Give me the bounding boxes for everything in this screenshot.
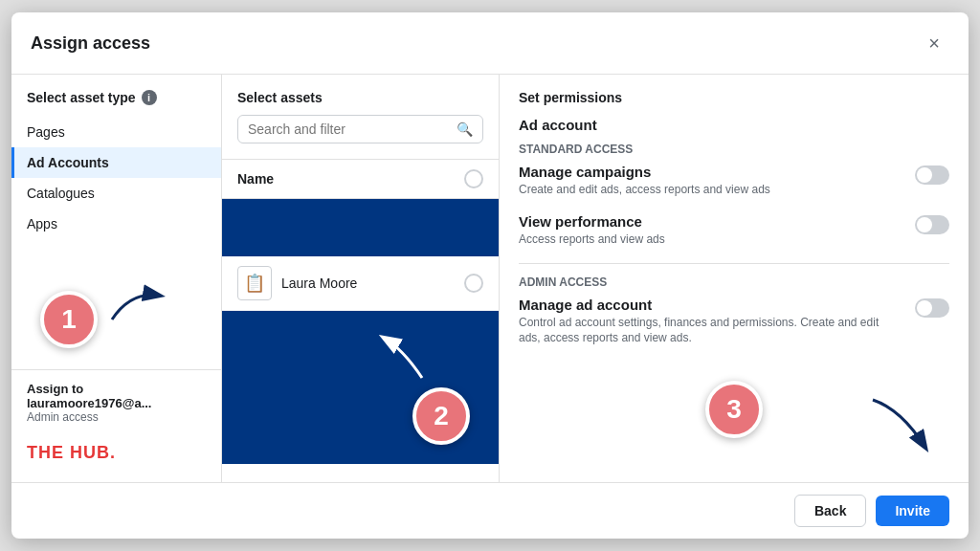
- assign-access-modal: Assign access × Select asset type i Page…: [11, 12, 969, 539]
- modal-footer: Back Invite: [11, 482, 969, 539]
- search-input[interactable]: [248, 121, 449, 137]
- middle-panel: Select assets 🔍 Name 📋 Laura Moore: [222, 75, 500, 482]
- annotation-3-arrow: [863, 390, 940, 457]
- annotation-3: 3: [705, 381, 763, 438]
- sidebar-item-pages[interactable]: Pages: [11, 117, 221, 147]
- annotation-1: 1: [40, 291, 98, 348]
- admin-section: Admin access Manage ad account Control a…: [519, 276, 949, 347]
- ad-account-label: Ad account: [519, 117, 949, 133]
- asset-radio-laura[interactable]: [464, 274, 483, 293]
- asset-type-title: Select asset type i: [11, 90, 221, 117]
- middle-panel-header: Select assets 🔍: [222, 75, 499, 160]
- asset-icon-laura: 📋: [237, 266, 272, 300]
- assign-email: Assign to lauramoore1976@a...: [27, 382, 206, 410]
- perm-name-manage-ad-account: Manage ad account: [519, 297, 900, 313]
- annotation-2-arrow: [374, 330, 432, 387]
- sidebar-item-catalogues[interactable]: Catalogues: [11, 178, 221, 209]
- perm-desc-manage-campaigns: Create and edit ads, access reports and …: [519, 182, 900, 198]
- search-icon: 🔍: [457, 121, 473, 137]
- perm-desc-manage-ad-account: Control ad account settings, finances an…: [519, 315, 900, 347]
- assign-role: Admin access: [27, 410, 206, 424]
- toggle-manage-ad-account[interactable]: [915, 298, 949, 318]
- admin-access-label: Admin access: [519, 276, 949, 289]
- perm-name-manage-campaigns: Manage campaigns: [519, 164, 900, 180]
- permission-manage-campaigns: Manage campaigns Create and edit ads, ac…: [519, 164, 949, 198]
- blocked-asset-row-1: [222, 199, 499, 256]
- annotation-3-container: 3: [519, 362, 949, 457]
- asset-list-header: Name: [222, 160, 499, 199]
- invite-button[interactable]: Invite: [876, 496, 949, 526]
- blocked-asset-area-2: 2: [222, 311, 499, 464]
- assets-list: Name 📋 Laura Moore 2: [222, 160, 499, 482]
- divider: [519, 263, 949, 264]
- standard-access-label: Standard access: [519, 143, 949, 156]
- permission-view-performance: View performance Access reports and view…: [519, 213, 949, 248]
- perm-desc-view-performance: Access reports and view ads: [519, 231, 900, 248]
- right-panel: Set permissions Ad account Standard acce…: [500, 75, 969, 482]
- left-panel: Select asset type i Pages Ad Accounts Ca…: [11, 75, 222, 482]
- toggle-view-performance[interactable]: [915, 215, 949, 234]
- the-hub-logo: THE HUB.: [11, 435, 221, 467]
- sidebar-item-ad-accounts[interactable]: Ad Accounts: [11, 147, 221, 178]
- annotation-1-arrow: [102, 281, 169, 329]
- set-permissions-title: Set permissions: [519, 90, 949, 105]
- annotation-2: 2: [412, 387, 470, 445]
- perm-name-view-performance: View performance: [519, 213, 900, 230]
- assign-info: Assign to lauramoore1976@a... Admin acce…: [11, 369, 221, 435]
- select-assets-title: Select assets: [237, 90, 483, 105]
- toggle-manage-campaigns[interactable]: [915, 165, 949, 185]
- asset-row-laura[interactable]: 📋 Laura Moore: [222, 256, 499, 311]
- sidebar-item-apps[interactable]: Apps: [11, 209, 221, 239]
- modal-body: Select asset type i Pages Ad Accounts Ca…: [11, 75, 969, 482]
- info-icon: i: [142, 90, 157, 105]
- modal-header: Assign access ×: [11, 12, 969, 75]
- permission-manage-ad-account: Manage ad account Control ad account set…: [519, 297, 949, 347]
- close-button[interactable]: ×: [919, 28, 949, 58]
- select-all-radio[interactable]: [464, 169, 483, 188]
- modal-title: Assign access: [31, 33, 150, 54]
- back-button[interactable]: Back: [794, 495, 866, 527]
- search-box: 🔍: [237, 115, 483, 143]
- asset-name-laura: Laura Moore: [281, 276, 455, 291]
